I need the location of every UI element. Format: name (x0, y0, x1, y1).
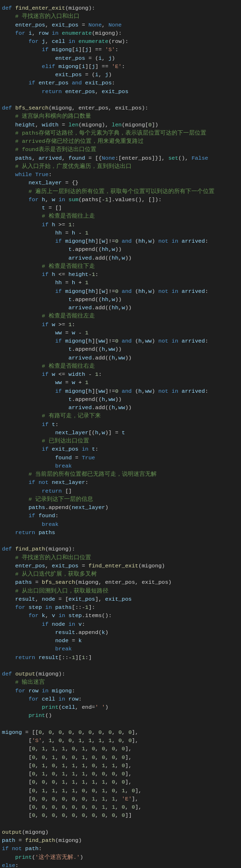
code-block: def find_enter_exit(migong): # 寻找迷宫的入口和出… (2, 4, 239, 868)
code-container: def find_enter_exit(migong): # 寻找迷宫的入口和出… (0, 0, 241, 868)
